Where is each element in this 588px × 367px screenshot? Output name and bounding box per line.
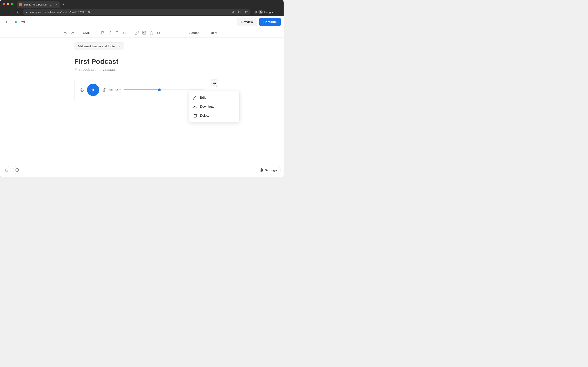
numbered-list-button[interactable] (175, 29, 182, 36)
more-dropdown[interactable]: More (209, 31, 222, 34)
gear-icon (259, 168, 263, 172)
browser-menu-button[interactable] (277, 10, 282, 14)
progress-fill (124, 90, 159, 90)
editor-toolbar: Style (0, 28, 284, 38)
url-text: sarahjonas1.substack.com/publish/post/11… (29, 11, 90, 14)
chevron-right-icon (118, 45, 121, 48)
svg-point-11 (143, 32, 144, 33)
tab-bar: Editing "First Podcast" - Subst × + (17, 0, 278, 8)
link-button[interactable] (133, 29, 140, 36)
window-close[interactable] (3, 3, 5, 5)
preview-button[interactable]: Preview (237, 18, 257, 26)
download-icon (193, 105, 197, 109)
image-button[interactable] (141, 29, 148, 36)
forward-button[interactable] (9, 9, 15, 15)
bold-button[interactable] (99, 29, 106, 36)
code-button[interactable] (121, 29, 128, 36)
voiceover-button[interactable] (155, 29, 162, 36)
traffic-lights (3, 3, 13, 5)
continue-button[interactable]: Continue (259, 18, 281, 26)
svg-point-3 (279, 11, 280, 11)
time-current: 0:02 (115, 88, 121, 92)
info-button[interactable] (13, 166, 21, 174)
svg-rect-1 (254, 11, 257, 13)
svg-point-27 (261, 170, 262, 171)
playback-speed-button[interactable]: 1× (109, 88, 113, 92)
footer-left (3, 166, 21, 174)
svg-point-5 (279, 13, 280, 13)
play-icon (91, 88, 95, 92)
strikethrough-button[interactable] (114, 29, 121, 36)
edit-email-header-button[interactable]: Edit email header and footer (75, 42, 123, 50)
svg-marker-0 (245, 11, 248, 13)
browser-titlebar: Editing "First Podcast" - Subst × + (0, 0, 284, 8)
svg-point-4 (279, 12, 280, 12)
menu-item-download[interactable]: Download (189, 102, 239, 111)
url-bar: sarahjonas1.substack.com/publish/post/11… (0, 8, 284, 16)
substack-favicon-icon (19, 3, 22, 6)
window-maximize[interactable] (11, 3, 13, 5)
incognito-badge[interactable]: Incognito (259, 10, 275, 14)
incognito-label: Incognito (264, 11, 275, 14)
address-bar[interactable]: sarahjonas1.substack.com/publish/post/11… (23, 9, 251, 15)
audio-progress-slider[interactable] (124, 90, 204, 90)
back-button[interactable] (2, 9, 8, 15)
status-dot-icon (15, 21, 17, 23)
incognito-icon (259, 10, 263, 14)
style-dropdown[interactable]: Style (81, 31, 94, 34)
trash-icon (193, 114, 197, 118)
lock-icon (25, 11, 28, 13)
skip-forward-30-button[interactable]: 30 (102, 88, 107, 92)
draft-status: Draft (15, 20, 25, 24)
italic-button[interactable] (107, 29, 113, 36)
buttons-dropdown[interactable]: Buttons (187, 31, 204, 34)
menu-item-delete[interactable]: Delete (189, 111, 239, 120)
menu-item-edit[interactable]: Edit (189, 93, 239, 102)
eye-off-icon[interactable] (238, 10, 242, 14)
play-button[interactable] (87, 84, 99, 96)
browser-tab[interactable]: Editing "First Podcast" - Subst × (17, 1, 60, 8)
chevron-down-icon[interactable] (278, 2, 281, 6)
mic-icon[interactable] (231, 10, 235, 14)
post-subtitle[interactable]: First podcast ..... yasssss (75, 67, 209, 72)
tab-title: Editing "First Podcast" - Subst (24, 3, 54, 6)
app-header: Draft Preview Continue (0, 16, 284, 28)
audio-menu-button[interactable] (211, 80, 217, 86)
history-button[interactable] (3, 166, 11, 174)
new-tab-button[interactable]: + (62, 2, 64, 6)
post-title[interactable]: First Podcast (75, 58, 209, 66)
editor-back-button[interactable] (3, 18, 11, 26)
pencil-icon (193, 96, 197, 100)
status-label: Draft (18, 20, 25, 24)
reload-button[interactable] (16, 9, 22, 15)
undo-button[interactable] (62, 29, 69, 36)
skip-back-15-button[interactable]: 15 (80, 88, 84, 92)
side-panel-icon[interactable] (253, 10, 257, 14)
bullet-list-button[interactable] (167, 29, 174, 36)
redo-button[interactable] (69, 29, 76, 36)
app-content: Draft Preview Continue Style (0, 16, 284, 177)
window-minimize[interactable] (7, 3, 9, 5)
audio-context-menu: Edit Download Delete (189, 91, 240, 122)
settings-button[interactable]: Settings (256, 166, 281, 174)
hamburger-icon (212, 81, 216, 85)
tab-close-icon[interactable]: × (56, 3, 57, 6)
info-icon (15, 168, 19, 172)
svg-line-9 (110, 31, 111, 34)
progress-thumb[interactable] (158, 89, 161, 91)
editor-area[interactable]: Edit email header and footer First Podca… (0, 38, 284, 177)
history-icon (5, 168, 9, 172)
audio-button[interactable] (148, 29, 155, 36)
star-icon[interactable] (244, 10, 248, 14)
